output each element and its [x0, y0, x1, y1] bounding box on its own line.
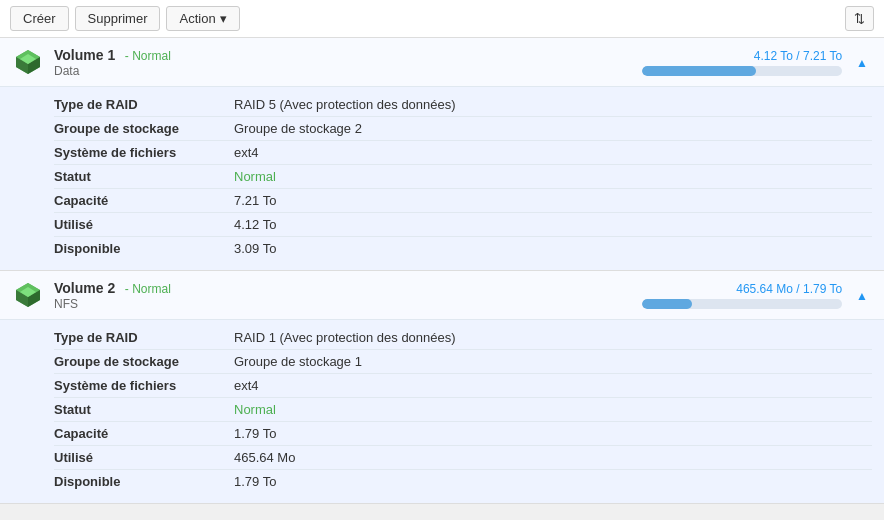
detail-value-1-0: RAID 5 (Avec protection des données) [234, 97, 456, 112]
volume-list: Volume 1 - Normal Data 4.12 To / 7.21 To… [0, 38, 884, 504]
detail-row: Capacité 1.79 To [54, 422, 872, 446]
detail-label-1-0: Type de RAID [54, 97, 234, 112]
action-arrow-icon: ▾ [220, 11, 227, 26]
progress-bar-fill-1 [642, 66, 756, 76]
volume-details-2: Type de RAID RAID 1 (Avec protection des… [0, 320, 884, 503]
detail-value-1-4: 7.21 To [234, 193, 276, 208]
detail-value-2-6: 1.79 To [234, 474, 276, 489]
detail-row: Système de fichiers ext4 [54, 141, 872, 165]
volume-status-2: - Normal [125, 282, 171, 296]
volume-name-2: Volume 2 [54, 280, 115, 296]
detail-label-1-4: Capacité [54, 193, 234, 208]
detail-label-1-2: Système de fichiers [54, 145, 234, 160]
detail-row: Disponible 1.79 To [54, 470, 872, 493]
detail-label-1-1: Groupe de stockage [54, 121, 234, 136]
volume-details-1: Type de RAID RAID 5 (Avec protection des… [0, 87, 884, 270]
volume-icon-2 [12, 279, 44, 311]
detail-label-2-4: Capacité [54, 426, 234, 441]
progress-bar-fill-2 [642, 299, 692, 309]
detail-value-2-4: 1.79 To [234, 426, 276, 441]
volume-usage-label-2: 465.64 Mo / 1.79 To [642, 282, 842, 296]
sort-button[interactable]: ⇅ [845, 6, 874, 31]
detail-row: Type de RAID RAID 1 (Avec protection des… [54, 326, 872, 350]
volume-usage-label-1: 4.12 To / 7.21 To [642, 49, 842, 63]
volume-type-2: NFS [54, 297, 78, 311]
detail-label-2-0: Type de RAID [54, 330, 234, 345]
detail-row: Groupe de stockage Groupe de stockage 2 [54, 117, 872, 141]
detail-value-1-3: Normal [234, 169, 276, 184]
volume-card-2: Volume 2 - Normal NFS 465.64 Mo / 1.79 T… [0, 271, 884, 504]
detail-row: Statut Normal [54, 398, 872, 422]
detail-row: Système de fichiers ext4 [54, 374, 872, 398]
volume-card-1: Volume 1 - Normal Data 4.12 To / 7.21 To… [0, 38, 884, 271]
detail-row: Disponible 3.09 To [54, 237, 872, 260]
detail-value-1-6: 3.09 To [234, 241, 276, 256]
detail-label-1-6: Disponible [54, 241, 234, 256]
detail-label-1-3: Statut [54, 169, 234, 184]
detail-value-2-1: Groupe de stockage 1 [234, 354, 362, 369]
detail-value-2-0: RAID 1 (Avec protection des données) [234, 330, 456, 345]
volume-title-area-1: Volume 1 - Normal Data [54, 47, 642, 78]
detail-row: Utilisé 4.12 To [54, 213, 872, 237]
detail-value-2-3: Normal [234, 402, 276, 417]
chevron-icon-2 [856, 286, 868, 303]
detail-label-2-5: Utilisé [54, 450, 234, 465]
chevron-icon-1 [856, 53, 868, 70]
progress-bar-bg-1 [642, 66, 842, 76]
detail-value-1-2: ext4 [234, 145, 259, 160]
toolbar: Créer Supprimer Action ▾ ⇅ [0, 0, 884, 38]
progress-bar-bg-2 [642, 299, 842, 309]
volume-usage-area-2: 465.64 Mo / 1.79 To [642, 282, 842, 309]
create-button[interactable]: Créer [10, 6, 69, 31]
volume-type-1: Data [54, 64, 79, 78]
volume-usage-area-1: 4.12 To / 7.21 To [642, 49, 842, 76]
detail-row: Groupe de stockage Groupe de stockage 1 [54, 350, 872, 374]
detail-row: Type de RAID RAID 5 (Avec protection des… [54, 93, 872, 117]
detail-value-1-1: Groupe de stockage 2 [234, 121, 362, 136]
detail-value-2-5: 465.64 Mo [234, 450, 295, 465]
detail-label-2-2: Système de fichiers [54, 378, 234, 393]
collapse-button-1[interactable] [852, 53, 872, 71]
volume-name-1: Volume 1 [54, 47, 115, 63]
detail-label-2-3: Statut [54, 402, 234, 417]
detail-row: Statut Normal [54, 165, 872, 189]
volume-title-area-2: Volume 2 - Normal NFS [54, 280, 642, 311]
volume-icon-1 [12, 46, 44, 78]
volume-status-1: - Normal [125, 49, 171, 63]
delete-button[interactable]: Supprimer [75, 6, 161, 31]
collapse-button-2[interactable] [852, 286, 872, 304]
action-label: Action [179, 11, 215, 26]
volume-header-2: Volume 2 - Normal NFS 465.64 Mo / 1.79 T… [0, 271, 884, 320]
detail-row: Capacité 7.21 To [54, 189, 872, 213]
detail-label-2-6: Disponible [54, 474, 234, 489]
detail-label-1-5: Utilisé [54, 217, 234, 232]
action-button[interactable]: Action ▾ [166, 6, 239, 31]
detail-value-1-5: 4.12 To [234, 217, 276, 232]
detail-row: Utilisé 465.64 Mo [54, 446, 872, 470]
detail-value-2-2: ext4 [234, 378, 259, 393]
detail-label-2-1: Groupe de stockage [54, 354, 234, 369]
volume-header-1: Volume 1 - Normal Data 4.12 To / 7.21 To [0, 38, 884, 87]
